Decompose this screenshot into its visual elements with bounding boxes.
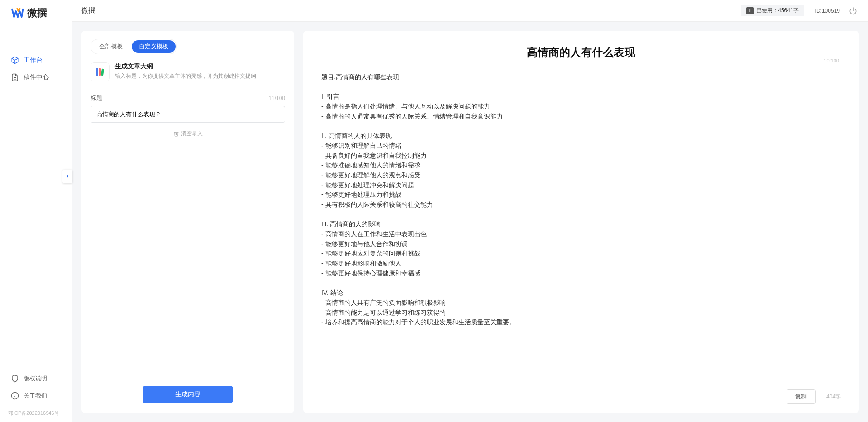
text-icon: T — [746, 7, 754, 14]
sidebar: 微撰 工作台 稿件中心 版权说明 关于我们 鄂ICP备2022016946号 — [0, 0, 72, 22]
usage-badge[interactable]: T 已使用： 45641字 — [741, 5, 804, 16]
usage-value: 45641字 — [778, 7, 798, 14]
top-header: 微撰 T 已使用： 45641字 ID:100519 — [0, 0, 868, 22]
power-icon[interactable] — [849, 7, 857, 15]
page-title: 微撰 — [81, 6, 95, 15]
logo: 微撰 — [0, 0, 72, 22]
logo-mark-icon — [11, 7, 24, 19]
usage-prefix: 已使用： — [756, 7, 778, 14]
logo-text: 微撰 — [27, 6, 47, 20]
user-id: ID:100519 — [815, 8, 840, 14]
